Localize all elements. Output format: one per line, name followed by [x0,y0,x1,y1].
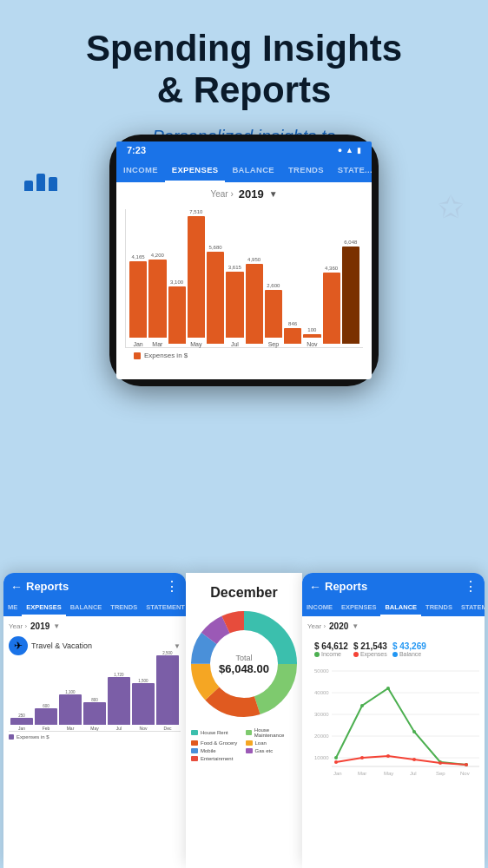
card-right-title: Reports [325,580,460,593]
svg-text:10000: 10000 [314,755,329,760]
bar-4950: 4,950 [246,257,263,347]
card-middle-title: December [210,585,277,601]
svg-text:50000: 50000 [314,668,329,674]
ctab-right-expenses[interactable]: EXPENSES [337,600,380,616]
svg-point-35 [412,758,416,761]
back-arrow-icon[interactable]: ← [10,580,23,594]
card-right: ← Reports ⋮ INCOME EXPENSES BALANCE TREN… [302,573,485,868]
phone-mockup: 7:23 ● ▲ ▮ INCOME EXPENSES BALANCE TREND… [109,135,379,386]
ctab-right-trends[interactable]: TRENDS [421,600,457,616]
stat-balance-label: Balance [392,651,426,657]
chart-bars: 4,165 Jan 4,200 Mar 3,100 [125,209,363,348]
ctab-balance[interactable]: BALANCE [66,600,107,616]
card-right-tabs[interactable]: INCOME EXPENSES BALANCE TRENDS STATEME..… [302,600,485,616]
tab-balance[interactable]: BALANCE [225,159,281,182]
bar-val-3100: 3,100 [170,279,183,285]
ctab-right-stateme[interactable]: STATEME... [457,600,485,616]
legend-gas: Gas etc [246,748,298,753]
bar-846: 846 [284,321,301,347]
bar-4360: 4,360 [323,266,340,347]
category-dropdown-arrow[interactable]: ▼ [174,642,181,650]
stat-expenses-amount: $ 21,543 [353,641,387,651]
icon-bar-1 [24,181,33,191]
stat-expenses-label: Expenses [353,651,387,657]
category-row[interactable]: ✈ Travel & Vacation ▼ [9,636,181,655]
legend-house-maint: House Maintenance [246,727,298,738]
legend-mobile: Mobile [191,748,243,753]
bar-val-4360: 4,360 [325,266,338,271]
bottom-cards: ← Reports ⋮ ME EXPENSES BALANCE TRENDS S… [0,573,488,868]
bar-val-mar: 4,200 [151,253,164,258]
star-icon: ✩ [438,189,464,226]
svg-text:Sep: Sep [436,771,445,776]
bar-rect-3100 [168,286,186,344]
bar-val-6048: 6,048 [344,240,357,245]
legend-text-food: Food & Grocery [201,740,237,746]
bar-3100: 3,100 [168,279,186,347]
s-label-jul: Jul [116,726,122,731]
card-right-year-arrow[interactable]: ▼ [352,622,359,630]
total-amount: $6,048.00 [219,662,269,675]
legend-text-house-rent: House Rent [201,730,228,735]
total-label: Total [219,654,269,662]
legend-color-house-maint [246,730,252,735]
card-left-tabs[interactable]: ME EXPENSES BALANCE TRENDS STATEMENT [3,600,186,616]
svg-point-37 [465,763,468,766]
stat-balance-amount: $ 43,269 [392,641,426,651]
card-year-selector[interactable]: Year › 2019 ▼ [9,621,181,631]
chart-legend: Expenses in $ [125,348,363,363]
s-bar-feb: 600 Feb [35,704,57,731]
bar-label-may: May [190,341,201,347]
stat-income: $ 64,612 Income [314,641,348,657]
small-legend: Expenses in $ [9,732,181,742]
ctab-me[interactable]: ME [3,600,22,616]
bar-val-4950: 4,950 [247,257,260,262]
tab-state[interactable]: STATE... [331,159,372,182]
bar-jul: 3,615 Jul [226,265,243,347]
bar-rect-mar [148,260,166,338]
more-icon-right[interactable]: ⋮ [464,578,478,595]
icon-bar-2 [36,174,45,191]
bar-label-jan: Jan [133,341,142,347]
back-arrow-right-icon[interactable]: ← [309,580,321,594]
signal-icon: ▲ [346,146,353,155]
main-title: Spending Insights& Reports [26,28,462,112]
card-right-body: Year › 2020 ▼ $ 64,612 Income $ 21,543 E [302,616,485,789]
svg-text:40000: 40000 [314,690,329,695]
phone-tabs[interactable]: INCOME EXPENSES BALANCE TRENDS STATE... [116,159,372,182]
ctab-expenses[interactable]: EXPENSES [22,600,65,616]
year-selector[interactable]: Year › 2019 ▼ [116,182,372,206]
svg-point-36 [439,761,442,765]
tab-trends[interactable]: TRENDS [281,159,331,182]
ctab-trends[interactable]: TRENDS [106,600,142,616]
bar-may: 7,510 May [188,209,205,347]
ctab-right-income[interactable]: INCOME [302,600,337,616]
ctab-statement[interactable]: STATEMENT [142,600,186,616]
bar-val-nov: 100 [307,327,316,332]
dropdown-arrow[interactable]: ▼ [269,189,278,199]
card-middle: December [186,573,302,868]
s-rect-dec [156,655,179,725]
stat-expenses: $ 21,543 Expenses [353,641,387,657]
bar-nov: 100 Nov [303,327,320,347]
bar-val-sep: 2,600 [267,283,280,288]
card-year-arrow[interactable]: ▼ [53,622,60,630]
bar-label-nov: Nov [307,341,317,347]
bar-jan: 4,165 Jan [129,254,147,347]
phone-outer: 7:23 ● ▲ ▮ INCOME EXPENSES BALANCE TREND… [109,135,379,386]
legend-color-gas [246,748,253,753]
tab-income[interactable]: INCOME [116,159,165,182]
svg-text:Jan: Jan [333,771,342,776]
bar-val-5680: 5,680 [209,245,222,250]
phone-time: 7:23 [127,145,146,155]
small-legend-label: Expenses in $ [16,734,49,740]
svg-point-29 [412,730,416,733]
legend-color-mobile [191,748,198,753]
more-icon[interactable]: ⋮ [165,578,179,595]
card-right-year[interactable]: Year › 2020 ▼ [307,621,479,631]
s-label-jan: Jan [18,726,25,731]
s-label-may: May [90,726,98,731]
tab-expenses[interactable]: EXPENSES [165,159,226,182]
card-year-value: 2019 [30,621,49,631]
ctab-right-balance[interactable]: BALANCE [380,600,421,616]
